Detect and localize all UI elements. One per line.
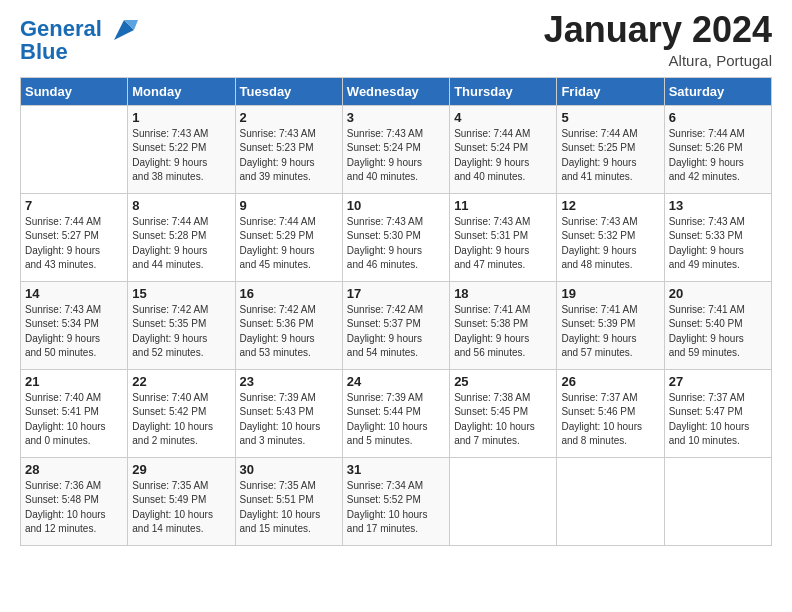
week-row-4: 21Sunrise: 7:40 AMSunset: 5:41 PMDayligh… [21,369,772,457]
col-header-thursday: Thursday [450,77,557,105]
day-number: 1 [132,110,230,125]
header: General Blue January 2024 Altura, Portug… [20,10,772,69]
day-info: Sunrise: 7:35 AMSunset: 5:49 PMDaylight:… [132,479,230,537]
day-info: Sunrise: 7:44 AMSunset: 5:28 PMDaylight:… [132,215,230,273]
day-number: 15 [132,286,230,301]
day-number: 22 [132,374,230,389]
day-info: Sunrise: 7:43 AMSunset: 5:32 PMDaylight:… [561,215,659,273]
week-row-1: 1Sunrise: 7:43 AMSunset: 5:22 PMDaylight… [21,105,772,193]
day-cell: 28Sunrise: 7:36 AMSunset: 5:48 PMDayligh… [21,457,128,545]
week-row-2: 7Sunrise: 7:44 AMSunset: 5:27 PMDaylight… [21,193,772,281]
day-info: Sunrise: 7:39 AMSunset: 5:43 PMDaylight:… [240,391,338,449]
logo-icon [110,16,138,44]
day-number: 26 [561,374,659,389]
day-info: Sunrise: 7:41 AMSunset: 5:39 PMDaylight:… [561,303,659,361]
logo: General Blue [20,16,138,64]
day-number: 21 [25,374,123,389]
day-cell: 31Sunrise: 7:34 AMSunset: 5:52 PMDayligh… [342,457,449,545]
day-info: Sunrise: 7:41 AMSunset: 5:38 PMDaylight:… [454,303,552,361]
day-cell: 23Sunrise: 7:39 AMSunset: 5:43 PMDayligh… [235,369,342,457]
day-cell: 13Sunrise: 7:43 AMSunset: 5:33 PMDayligh… [664,193,771,281]
week-row-5: 28Sunrise: 7:36 AMSunset: 5:48 PMDayligh… [21,457,772,545]
col-header-friday: Friday [557,77,664,105]
week-row-3: 14Sunrise: 7:43 AMSunset: 5:34 PMDayligh… [21,281,772,369]
day-number: 10 [347,198,445,213]
day-number: 31 [347,462,445,477]
day-info: Sunrise: 7:40 AMSunset: 5:42 PMDaylight:… [132,391,230,449]
day-number: 23 [240,374,338,389]
day-cell: 5Sunrise: 7:44 AMSunset: 5:25 PMDaylight… [557,105,664,193]
day-cell: 25Sunrise: 7:38 AMSunset: 5:45 PMDayligh… [450,369,557,457]
calendar-table: SundayMondayTuesdayWednesdayThursdayFrid… [20,77,772,546]
day-info: Sunrise: 7:43 AMSunset: 5:34 PMDaylight:… [25,303,123,361]
day-number: 25 [454,374,552,389]
day-cell: 9Sunrise: 7:44 AMSunset: 5:29 PMDaylight… [235,193,342,281]
day-cell: 17Sunrise: 7:42 AMSunset: 5:37 PMDayligh… [342,281,449,369]
col-header-saturday: Saturday [664,77,771,105]
day-cell: 6Sunrise: 7:44 AMSunset: 5:26 PMDaylight… [664,105,771,193]
day-cell: 2Sunrise: 7:43 AMSunset: 5:23 PMDaylight… [235,105,342,193]
day-info: Sunrise: 7:42 AMSunset: 5:36 PMDaylight:… [240,303,338,361]
day-info: Sunrise: 7:37 AMSunset: 5:46 PMDaylight:… [561,391,659,449]
day-cell [450,457,557,545]
day-number: 12 [561,198,659,213]
day-info: Sunrise: 7:42 AMSunset: 5:35 PMDaylight:… [132,303,230,361]
day-cell: 4Sunrise: 7:44 AMSunset: 5:24 PMDaylight… [450,105,557,193]
day-number: 20 [669,286,767,301]
day-number: 29 [132,462,230,477]
day-cell: 12Sunrise: 7:43 AMSunset: 5:32 PMDayligh… [557,193,664,281]
day-info: Sunrise: 7:34 AMSunset: 5:52 PMDaylight:… [347,479,445,537]
location: Altura, Portugal [544,52,772,69]
day-info: Sunrise: 7:40 AMSunset: 5:41 PMDaylight:… [25,391,123,449]
day-cell: 10Sunrise: 7:43 AMSunset: 5:30 PMDayligh… [342,193,449,281]
day-cell: 19Sunrise: 7:41 AMSunset: 5:39 PMDayligh… [557,281,664,369]
day-info: Sunrise: 7:43 AMSunset: 5:23 PMDaylight:… [240,127,338,185]
day-number: 9 [240,198,338,213]
day-info: Sunrise: 7:43 AMSunset: 5:30 PMDaylight:… [347,215,445,273]
day-info: Sunrise: 7:43 AMSunset: 5:24 PMDaylight:… [347,127,445,185]
day-cell: 18Sunrise: 7:41 AMSunset: 5:38 PMDayligh… [450,281,557,369]
day-info: Sunrise: 7:38 AMSunset: 5:45 PMDaylight:… [454,391,552,449]
day-cell: 22Sunrise: 7:40 AMSunset: 5:42 PMDayligh… [128,369,235,457]
day-number: 8 [132,198,230,213]
day-number: 4 [454,110,552,125]
header-row: SundayMondayTuesdayWednesdayThursdayFrid… [21,77,772,105]
day-number: 16 [240,286,338,301]
day-number: 5 [561,110,659,125]
day-cell: 26Sunrise: 7:37 AMSunset: 5:46 PMDayligh… [557,369,664,457]
col-header-monday: Monday [128,77,235,105]
day-cell: 11Sunrise: 7:43 AMSunset: 5:31 PMDayligh… [450,193,557,281]
day-info: Sunrise: 7:43 AMSunset: 5:22 PMDaylight:… [132,127,230,185]
day-cell: 29Sunrise: 7:35 AMSunset: 5:49 PMDayligh… [128,457,235,545]
day-info: Sunrise: 7:44 AMSunset: 5:24 PMDaylight:… [454,127,552,185]
day-number: 17 [347,286,445,301]
day-number: 6 [669,110,767,125]
day-number: 30 [240,462,338,477]
day-cell [664,457,771,545]
day-cell: 24Sunrise: 7:39 AMSunset: 5:44 PMDayligh… [342,369,449,457]
day-cell: 7Sunrise: 7:44 AMSunset: 5:27 PMDaylight… [21,193,128,281]
day-info: Sunrise: 7:41 AMSunset: 5:40 PMDaylight:… [669,303,767,361]
day-cell: 30Sunrise: 7:35 AMSunset: 5:51 PMDayligh… [235,457,342,545]
day-info: Sunrise: 7:44 AMSunset: 5:27 PMDaylight:… [25,215,123,273]
day-info: Sunrise: 7:42 AMSunset: 5:37 PMDaylight:… [347,303,445,361]
day-cell [21,105,128,193]
day-info: Sunrise: 7:44 AMSunset: 5:26 PMDaylight:… [669,127,767,185]
day-cell: 20Sunrise: 7:41 AMSunset: 5:40 PMDayligh… [664,281,771,369]
day-number: 24 [347,374,445,389]
day-info: Sunrise: 7:44 AMSunset: 5:29 PMDaylight:… [240,215,338,273]
day-number: 14 [25,286,123,301]
day-cell: 1Sunrise: 7:43 AMSunset: 5:22 PMDaylight… [128,105,235,193]
day-info: Sunrise: 7:39 AMSunset: 5:44 PMDaylight:… [347,391,445,449]
day-info: Sunrise: 7:35 AMSunset: 5:51 PMDaylight:… [240,479,338,537]
day-number: 18 [454,286,552,301]
col-header-tuesday: Tuesday [235,77,342,105]
day-number: 3 [347,110,445,125]
day-cell: 14Sunrise: 7:43 AMSunset: 5:34 PMDayligh… [21,281,128,369]
col-header-wednesday: Wednesday [342,77,449,105]
day-number: 7 [25,198,123,213]
month-year: January 2024 [544,10,772,50]
day-number: 19 [561,286,659,301]
day-info: Sunrise: 7:36 AMSunset: 5:48 PMDaylight:… [25,479,123,537]
day-number: 28 [25,462,123,477]
